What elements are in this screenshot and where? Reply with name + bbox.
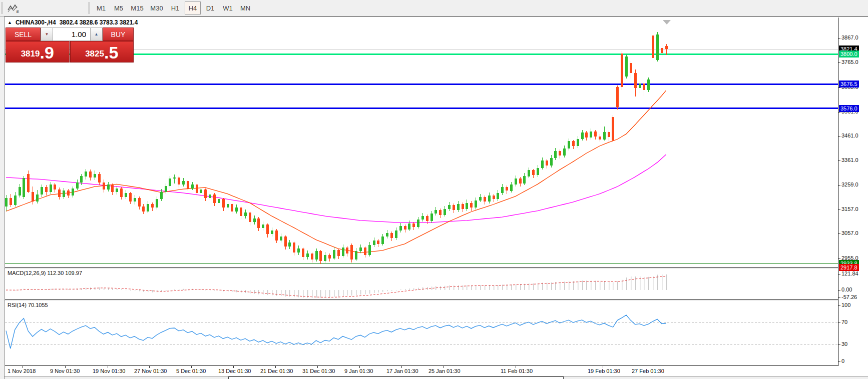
scrollbar-thumb[interactable] [228, 376, 564, 379]
volume-decrease-button[interactable]: ▼ [41, 28, 53, 41]
date-axis[interactable]: 1 Nov 20189 Nov 01:3019 Nov 01:3027 Nov … [5, 366, 868, 376]
timeframe-button-m30[interactable]: M30 [148, 2, 166, 14]
timeframe-button-mn[interactable]: MN [237, 2, 253, 14]
axis-tick-mark [838, 306, 840, 306]
price-tick-label: 3765.0 [841, 59, 858, 65]
rsi-label: RSI(14) 70.1055 [8, 302, 48, 308]
ask-pips: .5 [104, 44, 118, 60]
date-label: 13 Dec 01:30 [218, 368, 251, 374]
macd-pane[interactable]: MACD(12,26,9) 112.30 109.97 [5, 269, 838, 300]
timeframe-button-h1[interactable]: H1 [167, 2, 183, 14]
timeframe-button-m15[interactable]: M15 [128, 2, 146, 14]
bid-pips: .9 [40, 44, 54, 60]
rsi-tick-label: 70 [841, 319, 847, 325]
date-label: 31 Dec 01:30 [302, 368, 335, 374]
buy-button[interactable]: BUY [103, 28, 134, 41]
price-line-badge: 2917.8 [839, 264, 859, 271]
price-tick-label: 3867.0 [841, 34, 858, 40]
timeframe-button-m1[interactable]: M1 [93, 2, 109, 14]
rsi-tick-label: 100 [841, 302, 850, 308]
axis-tick-mark [838, 185, 840, 186]
date-label: 27 Nov 01:30 [134, 368, 167, 374]
axis-tick-mark [838, 344, 840, 345]
axis-tick-mark [838, 88, 840, 88]
timeframe-button-m5[interactable]: M5 [111, 2, 127, 14]
axis-tick-mark [838, 362, 840, 362]
price-tick-label: 3259.0 [841, 182, 858, 188]
ask-quote[interactable]: 3825 .5 [70, 41, 134, 62]
date-label: 27 Feb 01:30 [632, 368, 664, 374]
spinner-up-icon: ▲ [95, 32, 99, 36]
toolbar-grip-2[interactable] [88, 2, 90, 14]
symbol-header: ▲ CHINA300-,H4 3802.4 3828.6 3783.3 3821… [8, 19, 138, 26]
axis-tick-mark [838, 136, 840, 136]
date-label: 1 Nov 2018 [8, 368, 36, 374]
macd-label: MACD(12,26,9) 112.30 109.97 [8, 270, 82, 276]
axis-tick-mark [838, 322, 840, 323]
price-tick-label: 3461.0 [841, 132, 858, 138]
date-label: 21 Dec 01:30 [260, 368, 293, 374]
date-label: 25 Jan 01:30 [428, 368, 461, 374]
price-line-badge: 3676.5 [839, 80, 859, 88]
date-label: 9 Jan 01:30 [344, 368, 373, 374]
axis-tick-mark [838, 112, 840, 112]
timeframe-button-h4[interactable]: H4 [185, 2, 201, 14]
top-toolbar: EFAT▾ M1M5M15M30H1H4D1W1MN [0, 0, 868, 16]
date-label: 17 Jan 01:30 [386, 368, 418, 374]
symbol-ohlc: 3802.4 3828.6 3783.3 3821.4 [60, 19, 138, 26]
date-label: 19 Feb 01:30 [588, 368, 620, 374]
axis-tick-mark [838, 234, 840, 234]
ask-main: 3825 [85, 48, 104, 60]
volume-increase-button[interactable]: ▲ [90, 28, 103, 41]
bid-main: 3819 [21, 48, 40, 60]
volume-input[interactable] [53, 28, 90, 41]
collapse-panel-icon[interactable]: ▲ [8, 20, 12, 25]
axis-tick-mark [838, 258, 840, 259]
axis-tick-mark [838, 210, 840, 210]
axis-tick-mark [838, 298, 840, 298]
sell-button[interactable]: SELL [6, 28, 41, 41]
symbol-title: CHINA300-,H4 [16, 19, 56, 26]
price-tick-label: 3361.0 [841, 157, 858, 163]
price-tick-label: 3157.0 [841, 206, 858, 212]
spinner-down-icon: ▼ [45, 32, 49, 36]
price-line-badge: 3800.0 [839, 50, 859, 58]
date-label: 9 Nov 01:30 [50, 368, 80, 374]
axis-tick-mark [838, 38, 840, 38]
axis-tick-mark [838, 62, 840, 63]
chart-window: MACD(12,26,9) 112.30 109.97 RSI(14) 70.1… [4, 16, 868, 379]
bid-quote[interactable]: 3819 .9 [6, 41, 70, 62]
timeframe-button-d1[interactable]: D1 [202, 2, 218, 14]
macd-tick-label: -57.26 [841, 294, 857, 300]
price-axis[interactable]: 3867.03765.03663.03561.03461.03361.03259… [838, 18, 868, 366]
axis-tick-mark [838, 160, 840, 161]
one-click-trading-panel: SELL ▼ ▲ BUY 3819 .9 3825 .5 [6, 28, 134, 62]
timeframe-button-w1[interactable]: W1 [220, 2, 236, 14]
date-label: 19 Nov 01:30 [93, 368, 125, 374]
axis-tick-mark [838, 274, 840, 274]
toolbar-grip[interactable] [1, 2, 3, 14]
price-line-badge: 3576.0 [839, 105, 859, 112]
horizontal-scrollbar[interactable] [5, 376, 868, 379]
date-label: 11 Feb 01:30 [501, 368, 533, 374]
rsi-pane[interactable]: RSI(14) 70.1055 [5, 301, 838, 366]
date-label: 5 Dec 01:30 [176, 368, 206, 374]
rsi-tick-label: 0 [841, 358, 844, 364]
rsi-tick-label: 30 [841, 341, 847, 347]
price-tick-label: 3057.0 [841, 230, 858, 236]
macd-tick-label: 121.84 [841, 270, 858, 276]
macd-tick-label: 0.00 [841, 286, 852, 292]
axis-tick-mark [838, 290, 840, 290]
crosshair-draw-icon[interactable]: E [5, 2, 20, 14]
